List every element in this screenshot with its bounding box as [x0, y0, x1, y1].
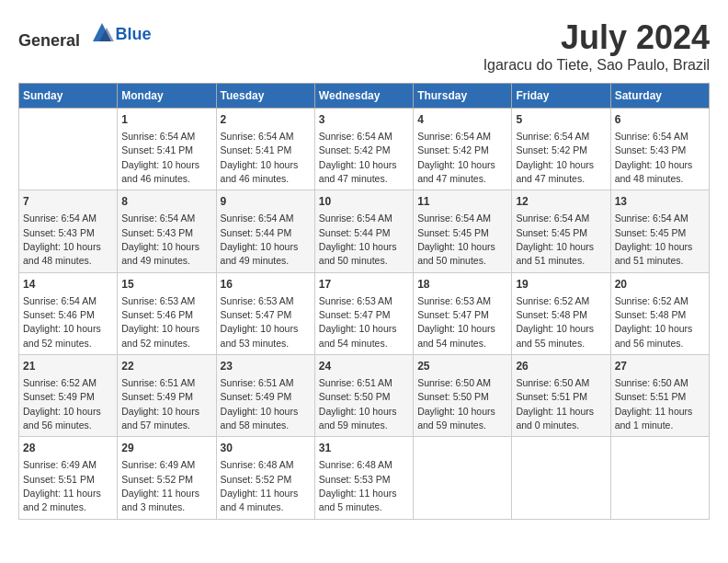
- day-info: Sunrise: 6:50 AM Sunset: 5:51 PM Dayligh…: [516, 377, 594, 431]
- day-info: Sunrise: 6:54 AM Sunset: 5:44 PM Dayligh…: [221, 213, 299, 266]
- header-day-wednesday: Wednesday: [314, 84, 413, 109]
- calendar-week-row: 21Sunrise: 6:52 AM Sunset: 5:49 PM Dayli…: [19, 355, 710, 437]
- day-info: Sunrise: 6:51 AM Sunset: 5:49 PM Dayligh…: [221, 377, 299, 431]
- logo-blue-text: Blue: [116, 25, 152, 43]
- calendar-cell: 7Sunrise: 6:54 AM Sunset: 5:43 PM Daylig…: [19, 190, 118, 272]
- day-info: Sunrise: 6:53 AM Sunset: 5:47 PM Dayligh…: [319, 295, 397, 349]
- calendar-cell: [512, 437, 610, 519]
- day-number: 23: [221, 359, 311, 374]
- day-number: 26: [516, 359, 606, 374]
- day-info: Sunrise: 6:48 AM Sunset: 5:53 PM Dayligh…: [319, 459, 397, 512]
- day-number: 22: [121, 359, 211, 374]
- day-number: 27: [615, 359, 705, 374]
- calendar-cell: 9Sunrise: 6:54 AM Sunset: 5:44 PM Daylig…: [216, 190, 314, 272]
- day-info: Sunrise: 6:54 AM Sunset: 5:45 PM Dayligh…: [516, 213, 594, 266]
- logo-icon: [88, 18, 116, 46]
- day-number: 24: [319, 359, 409, 374]
- day-info: Sunrise: 6:54 AM Sunset: 5:43 PM Dayligh…: [615, 131, 693, 184]
- calendar-cell: [414, 437, 512, 519]
- subtitle: Igaracu do Tiete, Sao Paulo, Brazil: [483, 57, 710, 74]
- calendar-cell: 8Sunrise: 6:54 AM Sunset: 5:43 PM Daylig…: [118, 190, 216, 272]
- day-info: Sunrise: 6:52 AM Sunset: 5:48 PM Dayligh…: [615, 295, 693, 349]
- calendar-cell: 26Sunrise: 6:50 AM Sunset: 5:51 PM Dayli…: [512, 355, 610, 437]
- day-number: 4: [417, 112, 507, 128]
- calendar-cell: 30Sunrise: 6:48 AM Sunset: 5:52 PM Dayli…: [216, 437, 314, 519]
- day-info: Sunrise: 6:51 AM Sunset: 5:50 PM Dayligh…: [319, 377, 397, 431]
- calendar-cell: 28Sunrise: 6:49 AM Sunset: 5:51 PM Dayli…: [19, 437, 118, 519]
- calendar-cell: 29Sunrise: 6:49 AM Sunset: 5:52 PM Dayli…: [118, 437, 216, 519]
- day-info: Sunrise: 6:54 AM Sunset: 5:44 PM Dayligh…: [319, 213, 397, 266]
- day-info: Sunrise: 6:52 AM Sunset: 5:48 PM Dayligh…: [516, 295, 594, 349]
- day-info: Sunrise: 6:54 AM Sunset: 5:43 PM Dayligh…: [23, 213, 101, 266]
- day-number: 14: [23, 277, 113, 293]
- calendar-cell: 24Sunrise: 6:51 AM Sunset: 5:50 PM Dayli…: [314, 355, 413, 437]
- page-header: General Blue July 2024 Igaracu do Tiete,…: [18, 18, 710, 74]
- calendar-cell: 20Sunrise: 6:52 AM Sunset: 5:48 PM Dayli…: [610, 272, 709, 354]
- day-number: 3: [319, 112, 409, 128]
- day-info: Sunrise: 6:54 AM Sunset: 5:41 PM Dayligh…: [221, 131, 299, 184]
- calendar-cell: 25Sunrise: 6:50 AM Sunset: 5:50 PM Dayli…: [414, 355, 512, 437]
- day-info: Sunrise: 6:50 AM Sunset: 5:51 PM Dayligh…: [615, 377, 693, 431]
- day-info: Sunrise: 6:54 AM Sunset: 5:46 PM Dayligh…: [23, 295, 101, 349]
- day-info: Sunrise: 6:53 AM Sunset: 5:46 PM Dayligh…: [121, 295, 199, 349]
- day-info: Sunrise: 6:54 AM Sunset: 5:45 PM Dayligh…: [615, 213, 693, 266]
- day-number: 8: [121, 194, 211, 210]
- calendar-cell: 27Sunrise: 6:50 AM Sunset: 5:51 PM Dayli…: [610, 355, 709, 437]
- calendar-cell: 17Sunrise: 6:53 AM Sunset: 5:47 PM Dayli…: [314, 272, 413, 354]
- day-info: Sunrise: 6:52 AM Sunset: 5:49 PM Dayligh…: [23, 377, 101, 431]
- day-number: 18: [417, 277, 507, 293]
- calendar-cell: 6Sunrise: 6:54 AM Sunset: 5:43 PM Daylig…: [610, 109, 709, 190]
- day-info: Sunrise: 6:53 AM Sunset: 5:47 PM Dayligh…: [221, 295, 299, 349]
- day-number: 9: [221, 194, 311, 210]
- day-info: Sunrise: 6:53 AM Sunset: 5:47 PM Dayligh…: [417, 295, 495, 349]
- day-number: 2: [221, 112, 311, 128]
- header-day-tuesday: Tuesday: [216, 84, 314, 109]
- day-number: 10: [319, 194, 409, 210]
- calendar-cell: 19Sunrise: 6:52 AM Sunset: 5:48 PM Dayli…: [512, 272, 610, 354]
- calendar-cell: 4Sunrise: 6:54 AM Sunset: 5:42 PM Daylig…: [414, 109, 512, 190]
- calendar-cell: 1Sunrise: 6:54 AM Sunset: 5:41 PM Daylig…: [118, 109, 216, 190]
- calendar-cell: 3Sunrise: 6:54 AM Sunset: 5:42 PM Daylig…: [314, 109, 413, 190]
- calendar-cell: 15Sunrise: 6:53 AM Sunset: 5:46 PM Dayli…: [118, 272, 216, 354]
- calendar-cell: 14Sunrise: 6:54 AM Sunset: 5:46 PM Dayli…: [19, 272, 118, 354]
- day-info: Sunrise: 6:54 AM Sunset: 5:42 PM Dayligh…: [319, 131, 397, 184]
- day-number: 29: [121, 441, 211, 456]
- header-day-thursday: Thursday: [414, 84, 512, 109]
- calendar-cell: 2Sunrise: 6:54 AM Sunset: 5:41 PM Daylig…: [216, 109, 314, 190]
- day-info: Sunrise: 6:48 AM Sunset: 5:52 PM Dayligh…: [221, 459, 299, 512]
- calendar-week-row: 14Sunrise: 6:54 AM Sunset: 5:46 PM Dayli…: [19, 272, 710, 354]
- header-day-sunday: Sunday: [19, 84, 118, 109]
- day-number: 17: [319, 277, 409, 293]
- calendar-cell: 18Sunrise: 6:53 AM Sunset: 5:47 PM Dayli…: [414, 272, 512, 354]
- day-number: 7: [23, 194, 113, 210]
- calendar-body: 1Sunrise: 6:54 AM Sunset: 5:41 PM Daylig…: [19, 109, 710, 520]
- day-number: 13: [615, 194, 705, 210]
- day-info: Sunrise: 6:49 AM Sunset: 5:51 PM Dayligh…: [23, 459, 101, 512]
- calendar-week-row: 1Sunrise: 6:54 AM Sunset: 5:41 PM Daylig…: [19, 109, 710, 190]
- calendar-cell: 10Sunrise: 6:54 AM Sunset: 5:44 PM Dayli…: [314, 190, 413, 272]
- day-number: 16: [221, 277, 311, 293]
- calendar-cell: 12Sunrise: 6:54 AM Sunset: 5:45 PM Dayli…: [512, 190, 610, 272]
- title-block: July 2024 Igaracu do Tiete, Sao Paulo, B…: [483, 18, 710, 74]
- day-number: 30: [221, 441, 311, 456]
- day-info: Sunrise: 6:54 AM Sunset: 5:42 PM Dayligh…: [417, 131, 495, 184]
- day-info: Sunrise: 6:51 AM Sunset: 5:49 PM Dayligh…: [121, 377, 199, 431]
- calendar-cell: 23Sunrise: 6:51 AM Sunset: 5:49 PM Dayli…: [216, 355, 314, 437]
- calendar-cell: 31Sunrise: 6:48 AM Sunset: 5:53 PM Dayli…: [314, 437, 413, 519]
- main-title: July 2024: [483, 18, 710, 57]
- day-number: 25: [417, 359, 507, 374]
- day-info: Sunrise: 6:54 AM Sunset: 5:43 PM Dayligh…: [121, 213, 199, 266]
- day-number: 31: [319, 441, 409, 456]
- logo-general-text: General: [18, 31, 80, 50]
- day-number: 12: [516, 194, 606, 210]
- logo: General Blue: [18, 18, 152, 51]
- day-number: 11: [417, 194, 507, 210]
- day-info: Sunrise: 6:50 AM Sunset: 5:50 PM Dayligh…: [417, 377, 495, 431]
- day-info: Sunrise: 6:54 AM Sunset: 5:45 PM Dayligh…: [417, 213, 495, 266]
- day-number: 19: [516, 277, 606, 293]
- calendar-cell: 13Sunrise: 6:54 AM Sunset: 5:45 PM Dayli…: [610, 190, 709, 272]
- calendar-week-row: 7Sunrise: 6:54 AM Sunset: 5:43 PM Daylig…: [19, 190, 710, 272]
- calendar-cell: 22Sunrise: 6:51 AM Sunset: 5:49 PM Dayli…: [118, 355, 216, 437]
- day-number: 20: [615, 277, 705, 293]
- header-day-monday: Monday: [118, 84, 216, 109]
